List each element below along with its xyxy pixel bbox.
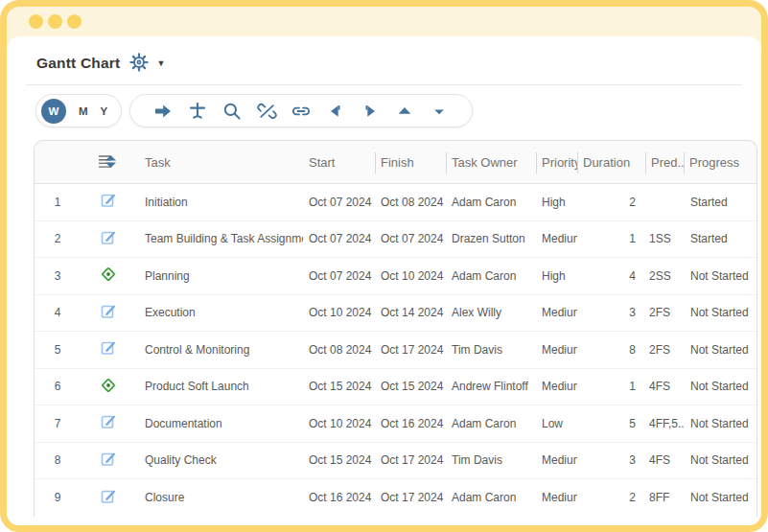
table-row[interactable]: 8 Quality Check Oct 15 2024 Oct 17 2024 … [35, 443, 756, 480]
column-header-priority[interactable]: Priority [536, 141, 577, 184]
view-toggle-week[interactable]: W [41, 99, 66, 124]
finish-date: Oct 17 2024 [375, 343, 446, 357]
row-number: 4 [35, 306, 81, 319]
duration: 8 [577, 343, 645, 357]
duration: 3 [577, 306, 645, 319]
duration: 1 [577, 380, 645, 393]
chevron-down-icon[interactable] [422, 95, 456, 127]
duration: 5 [577, 417, 645, 430]
start-date: Oct 10 2024 [303, 417, 375, 430]
duration: 4 [577, 269, 645, 283]
column-header-progress[interactable]: Progress [684, 141, 756, 184]
task-owner: Adam Caron [446, 196, 536, 209]
row-number: 8 [35, 453, 81, 467]
priority: Medium [536, 380, 577, 393]
expand-collapse-all-button[interactable] [81, 141, 135, 184]
finish-date: Oct 14 2024 [375, 306, 446, 319]
task-indicator-cell [81, 378, 135, 396]
task-indicator-cell [81, 451, 135, 470]
predecessor: 4FS [645, 453, 684, 467]
start-date: Oct 16 2024 [303, 491, 375, 504]
table-row[interactable]: 4 Execution Oct 10 2024 Oct 14 2024 Alex… [35, 295, 756, 333]
finish-date: Oct 17 2024 [375, 453, 446, 467]
progress: Not Started [684, 306, 756, 319]
task-indicator-cell [81, 266, 135, 285]
task-indicator-cell [81, 193, 135, 211]
task-indicator-cell [81, 340, 135, 359]
finish-date: Oct 17 2024 [375, 491, 446, 504]
milestone-icon [101, 266, 116, 285]
view-toggle-group: W M Y [35, 94, 122, 127]
start-date: Oct 08 2024 [303, 343, 375, 357]
tools-group [129, 94, 473, 127]
predecessor: 8FF [645, 491, 684, 504]
row-number: 5 [35, 343, 81, 357]
edit-task-icon [101, 489, 116, 507]
progress: Not Started [684, 269, 756, 283]
predecessor: 1SS [645, 232, 684, 245]
row-number: 2 [35, 232, 81, 245]
view-toggle-year[interactable]: Y [101, 105, 108, 117]
task-name: Execution [135, 306, 303, 319]
priority: Medium [536, 491, 577, 504]
task-name: Planning [135, 269, 303, 283]
unlink-icon[interactable] [249, 95, 284, 127]
start-date: Oct 15 2024 [303, 453, 375, 467]
task-owner: Tim Davis [446, 343, 536, 357]
column-header-rownum [35, 141, 81, 184]
chevron-right-icon[interactable] [353, 95, 387, 127]
priority: Medium [536, 306, 577, 319]
table-row[interactable]: 6 Product Soft Launch Oct 15 2024 Oct 15… [35, 369, 756, 406]
window-titlebar [7, 7, 761, 36]
progress: Not Started [684, 453, 756, 467]
priority: Low [536, 417, 577, 430]
task-name: Product Soft Launch [135, 380, 303, 393]
finish-date: Oct 08 2024 [375, 196, 446, 209]
chevron-up-icon[interactable] [387, 95, 422, 127]
task-indicator-cell [81, 489, 135, 507]
predecessor: 2FS [645, 306, 684, 319]
link-icon[interactable] [284, 95, 318, 127]
column-header-duration[interactable]: Duration [577, 141, 645, 184]
progress: Not Started [684, 491, 756, 504]
task-indicator-cell [81, 414, 135, 432]
table-row[interactable]: 3 Planning Oct 07 2024 Oct 10 2024 Adam … [35, 258, 756, 295]
finish-date: Oct 10 2024 [375, 269, 446, 283]
task-indicator-cell [81, 230, 135, 248]
task-grid: Task Start Finish Task Owner Priority Du… [34, 140, 757, 517]
column-header-task-owner[interactable]: Task Owner [446, 141, 536, 184]
predecessor: 4FS [645, 380, 684, 393]
window-dot [29, 14, 43, 29]
table-row[interactable]: 5 Control & Monitoring Oct 08 2024 Oct 1… [35, 332, 756, 369]
table-header-row: Task Start Finish Task Owner Priority Du… [35, 141, 756, 184]
gantt-toolbar: W M Y [35, 94, 761, 127]
table-body: 1 Initiation Oct 07 2024 Oct 08 2024 Ada… [35, 184, 756, 517]
edit-task-icon [101, 304, 116, 322]
table-row[interactable]: 2 Team Building & Task Assignment Oct 07… [35, 221, 756, 259]
finish-date: Oct 07 2024 [375, 232, 446, 245]
plane-icon[interactable] [180, 95, 215, 127]
table-row[interactable]: 9 Closure Oct 16 2024 Oct 17 2024 Adam C… [35, 479, 756, 517]
start-date: Oct 07 2024 [303, 232, 375, 245]
task-owner: Tim Davis [446, 453, 536, 467]
view-toggle-month[interactable]: M [79, 105, 88, 117]
gear-icon [129, 53, 149, 75]
finish-date: Oct 16 2024 [375, 417, 446, 430]
finish-date: Oct 15 2024 [375, 380, 446, 393]
app-window: Gantt Chart ▼ [7, 36, 761, 525]
table-row[interactable]: 1 Initiation Oct 07 2024 Oct 08 2024 Ada… [35, 184, 756, 221]
header-bar: Gantt Chart ▼ [7, 36, 761, 75]
search-icon[interactable] [215, 95, 249, 127]
gantt-settings-dropdown[interactable]: ▼ [129, 53, 165, 75]
priority: High [536, 196, 577, 209]
table-row[interactable]: 7 Documentation Oct 10 2024 Oct 16 2024 … [35, 405, 756, 443]
arrow-right-icon[interactable] [146, 95, 180, 127]
column-header-task[interactable]: Task [135, 141, 303, 184]
browser-frame: Gantt Chart ▼ [0, 0, 768, 532]
duration: 1 [577, 232, 645, 245]
chevron-left-icon[interactable] [318, 95, 353, 127]
column-header-predecessor[interactable]: Pred... [645, 141, 684, 184]
column-header-finish[interactable]: Finish [375, 141, 446, 184]
column-header-start[interactable]: Start [303, 141, 375, 184]
priority: High [536, 269, 577, 283]
